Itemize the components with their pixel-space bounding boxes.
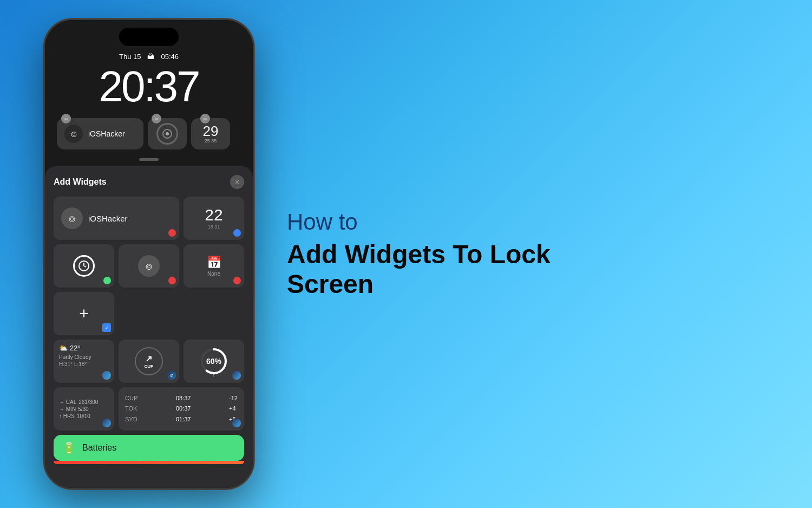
weather-temp-line: ⛅ 22° <box>59 344 81 352</box>
cal-label: → CAL <box>59 399 76 405</box>
tz-tok-offset: +4 <box>229 404 238 414</box>
battery-ring-widget[interactable]: 60% ↑ <box>184 340 244 383</box>
watch-icon <box>73 255 95 277</box>
stats-widget[interactable]: → CAL 261/300 → MIN 5/30 ↑ HRS 10/10 <box>54 387 114 431</box>
calendar-widget-top[interactable]: 29 25 35 <box>191 118 230 149</box>
cup-label: CUP <box>145 364 154 369</box>
tz-data-row: CUP TOK SYD 08:37 00:37 01:37 -12 <box>125 394 238 425</box>
tz-cup-offset: -12 <box>229 394 238 403</box>
compass-icon: ⌾ <box>64 125 83 143</box>
cup-inner-text: ↗ CUP <box>145 354 154 369</box>
how-to-label: How to <box>287 209 769 235</box>
none-icon: 📅 <box>207 256 221 270</box>
batteries-widget[interactable]: 🔋 Batteries <box>54 435 244 461</box>
status-day: Thu 15 <box>119 53 141 61</box>
none-widget[interactable]: 📅 None <box>184 244 244 288</box>
weather-desc: Partly Cloudy <box>59 354 91 360</box>
stats-row-min: → MIN 5/30 <box>59 406 89 412</box>
min-label: → MIN <box>59 406 76 412</box>
tz-syd-label: SYD <box>125 415 137 425</box>
svg-line-2 <box>84 266 86 267</box>
sheet-header: Add Widgets × <box>54 175 244 189</box>
compass-red-badge <box>168 277 176 284</box>
tz-tok-time: 00:37 <box>176 404 191 414</box>
compass-widget-grid[interactable]: ⌾ <box>119 244 179 288</box>
plus-icon: + <box>79 304 89 323</box>
cal-grid-num: 22 <box>205 207 222 223</box>
phone-container: Thu 15 🏔 05:46 20:37 − ⌾ iOSHacker − <box>43 18 254 490</box>
weather-temp: 22° <box>70 344 81 352</box>
status-time: 05:46 <box>161 53 179 61</box>
min-val: 5/30 <box>78 406 88 412</box>
battery-pct-text: 60% <box>206 357 221 366</box>
remove-widget-1-button[interactable]: − <box>61 114 71 123</box>
dynamic-island <box>119 28 179 46</box>
ioshacker-widget-grid[interactable]: ⌾ iOSHacker <box>54 197 179 240</box>
tz-globe-badge <box>232 419 241 427</box>
compass-grid-icon: ⌾ <box>138 255 160 277</box>
calendar-sub: 25 35 <box>203 138 219 144</box>
top-widgets-row: − ⌾ iOSHacker − − 29 25 35 <box>57 118 241 149</box>
plus-blue-badge: ✓ <box>102 323 111 332</box>
bottom-red-line <box>54 461 244 464</box>
lock-screen-time: 20:37 <box>99 65 199 108</box>
tz-syd-time: 01:37 <box>176 415 191 425</box>
drag-indicator <box>139 158 159 161</box>
cup-compass-widget[interactable]: ↗ CUP ⏱ <box>119 340 179 383</box>
battery-ring-display: 60% ↑ <box>199 347 228 376</box>
mute-button <box>43 90 44 110</box>
batteries-label: Batteries <box>82 443 116 453</box>
weather-hl: H:31° L:18° <box>59 361 87 367</box>
widget-grid-4: → CAL 261/300 → MIN 5/30 ↑ HRS 10/10 <box>54 387 244 431</box>
tz-cup-label: CUP <box>125 394 137 403</box>
power-button <box>253 123 254 172</box>
none-label: None <box>207 271 220 277</box>
ioshacker-grid-label: iOSHacker <box>88 214 128 223</box>
widget-grid: ⌾ iOSHacker 22 18 31 <box>54 197 244 240</box>
remove-widget-3-button[interactable]: − <box>200 114 210 123</box>
batteries-icon: 🔋 <box>62 441 76 454</box>
battery-arrow-icon: ↑ <box>213 372 215 378</box>
ioshacker-widget-label: iOSHacker <box>88 129 125 138</box>
weather-earth-badge <box>102 371 111 380</box>
close-sheet-button[interactable]: × <box>230 175 244 189</box>
text-section: How to Add Widgets To Lock Screen <box>254 209 769 299</box>
lock-screen: Thu 15 🏔 05:46 20:37 − ⌾ iOSHacker − <box>45 20 253 488</box>
timezone-widget[interactable]: CUP TOK SYD 08:37 00:37 01:37 -12 <box>119 387 244 431</box>
status-icon: 🏔 <box>147 53 154 61</box>
hrs-label: ↑ HRS <box>59 413 75 419</box>
watch-green-badge <box>103 277 111 284</box>
cal-val: 261/300 <box>78 399 98 405</box>
cal-badge-blue <box>233 229 241 237</box>
add-widgets-sheet: Add Widgets × ⌾ iOSHacker 22 18 31 <box>45 166 253 488</box>
plus-widget[interactable]: + ✓ <box>54 292 114 335</box>
tz-tok-label: TOK <box>125 404 137 414</box>
phone-frame: Thu 15 🏔 05:46 20:37 − ⌾ iOSHacker − <box>43 18 254 490</box>
edit-badge-red <box>168 229 176 237</box>
stats-row-hrs: ↑ HRS 10/10 <box>59 413 90 419</box>
cup-arrow: ↗ <box>145 354 154 364</box>
none-badge <box>233 277 241 284</box>
hrs-val: 10/10 <box>77 413 90 419</box>
watch-widget[interactable] <box>54 244 114 288</box>
calendar-number: 29 <box>203 124 219 138</box>
volume-up-button <box>43 118 44 150</box>
stats-row-cal: → CAL 261/300 <box>59 399 98 405</box>
remove-widget-2-button[interactable]: − <box>152 114 161 123</box>
compass-icon-large: ⌾ <box>61 207 83 229</box>
cal-grid-sub: 18 31 <box>208 224 220 230</box>
bullseye-icon <box>156 123 178 145</box>
tz-labels-col: CUP TOK SYD <box>125 394 137 425</box>
cup-compass-dial: ↗ CUP <box>135 347 163 375</box>
ioshacker-widget-top[interactable]: ⌾ iOSHacker <box>57 118 143 149</box>
cup-clock-badge: ⏱ <box>167 371 176 380</box>
tz-times-col: 08:37 00:37 01:37 <box>176 394 191 425</box>
tz-cup-time: 08:37 <box>176 394 191 403</box>
widget-grid-2: ⌾ 📅 None + ✓ <box>54 244 244 335</box>
calendar-grid-widget[interactable]: 22 18 31 <box>184 197 244 240</box>
weather-widget[interactable]: ⛅ 22° Partly Cloudy H:31° L:18° <box>54 340 114 383</box>
widget-grid-3: ⛅ 22° Partly Cloudy H:31° L:18° ↗ CUP <box>54 340 244 383</box>
stats-globe-badge <box>102 419 111 427</box>
main-title: Add Widgets To Lock Screen <box>287 239 601 299</box>
bullseye-center-dot <box>166 132 169 135</box>
